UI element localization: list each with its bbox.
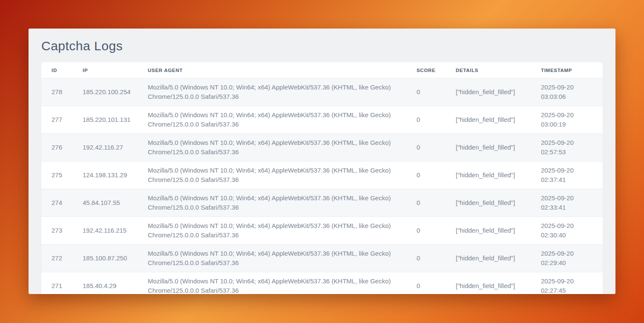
- cell-user-agent: Mozilla/5.0 (Windows NT 10.0; Win64; x64…: [148, 106, 417, 134]
- table-body: 278 185.220.100.254 Mozilla/5.0 (Windows…: [41, 78, 603, 294]
- table-row: 271 185.40.4.29 Mozilla/5.0 (Windows NT …: [41, 272, 603, 294]
- cell-score: 0: [417, 78, 456, 106]
- table-row: 277 185.220.101.131 Mozilla/5.0 (Windows…: [41, 106, 603, 134]
- cell-id: 271: [41, 272, 83, 294]
- cell-details: ["hidden_field_filled"]: [456, 245, 541, 272]
- cell-score: 0: [417, 189, 456, 217]
- cell-score: 0: [417, 217, 456, 245]
- cell-user-agent: Mozilla/5.0 (Windows NT 10.0; Win64; x64…: [148, 272, 417, 294]
- cell-ip: 192.42.116.27: [83, 134, 148, 162]
- cell-ip: 185.220.101.131: [83, 106, 148, 134]
- column-header-user-agent: USER AGENT: [148, 62, 417, 78]
- column-header-ip: IP: [83, 62, 148, 78]
- table-row: 276 192.42.116.27 Mozilla/5.0 (Windows N…: [41, 134, 603, 162]
- captcha-logs-table: ID IP USER AGENT SCORE DETAILS TIMESTAMP…: [41, 62, 603, 294]
- cell-timestamp: 2025-09-20 02:30:40: [541, 217, 603, 245]
- cell-id: 274: [41, 189, 83, 217]
- cell-score: 0: [417, 134, 456, 162]
- cell-user-agent: Mozilla/5.0 (Windows NT 10.0; Win64; x64…: [148, 217, 417, 245]
- cell-timestamp: 2025-09-20 03:00:19: [541, 106, 603, 134]
- cell-timestamp: 2025-09-20 02:57:53: [541, 134, 603, 162]
- cell-id: 272: [41, 245, 83, 272]
- page-title: Captcha Logs: [41, 37, 603, 55]
- cell-user-agent: Mozilla/5.0 (Windows NT 10.0; Win64; x64…: [148, 245, 417, 272]
- cell-ip: 192.42.116.215: [83, 217, 148, 245]
- cell-timestamp: 2025-09-20 02:27:45: [541, 272, 603, 294]
- cell-timestamp: 2025-09-20 02:37:41: [541, 162, 603, 189]
- column-header-details: DETAILS: [456, 62, 541, 78]
- cell-id: 276: [41, 134, 83, 162]
- captcha-logs-table-container: ID IP USER AGENT SCORE DETAILS TIMESTAMP…: [41, 62, 603, 294]
- cell-details: ["hidden_field_filled"]: [456, 217, 541, 245]
- cell-score: 0: [417, 245, 456, 272]
- table-row: 272 185.100.87.250 Mozilla/5.0 (Windows …: [41, 245, 603, 272]
- cell-details: ["hidden_field_filled"]: [456, 106, 541, 134]
- cell-ip: 185.40.4.29: [83, 272, 148, 294]
- cell-id: 277: [41, 106, 83, 134]
- cell-ip: 124.198.131.29: [83, 162, 148, 189]
- cell-ip: 185.220.100.254: [83, 78, 148, 106]
- cell-ip: 185.100.87.250: [83, 245, 148, 272]
- captcha-logs-card: Captcha Logs ID IP USER AGENT SCORE DETA…: [29, 29, 615, 294]
- cell-timestamp: 2025-09-20 03:03:06: [541, 78, 603, 106]
- cell-score: 0: [417, 162, 456, 189]
- table-header: ID IP USER AGENT SCORE DETAILS TIMESTAMP: [41, 62, 603, 78]
- cell-id: 275: [41, 162, 83, 189]
- table-row: 274 45.84.107.55 Mozilla/5.0 (Windows NT…: [41, 189, 603, 217]
- cell-details: ["hidden_field_filled"]: [456, 272, 541, 294]
- cell-ip: 45.84.107.55: [83, 189, 148, 217]
- cell-score: 0: [417, 272, 456, 294]
- cell-details: ["hidden_field_filled"]: [456, 162, 541, 189]
- cell-details: ["hidden_field_filled"]: [456, 78, 541, 106]
- cell-user-agent: Mozilla/5.0 (Windows NT 10.0; Win64; x64…: [148, 134, 417, 162]
- cell-timestamp: 2025-09-20 02:29:40: [541, 245, 603, 272]
- table-row: 275 124.198.131.29 Mozilla/5.0 (Windows …: [41, 162, 603, 189]
- table-row: 278 185.220.100.254 Mozilla/5.0 (Windows…: [41, 78, 603, 106]
- cell-user-agent: Mozilla/5.0 (Windows NT 10.0; Win64; x64…: [148, 162, 417, 189]
- cell-details: ["hidden_field_filled"]: [456, 189, 541, 217]
- column-header-id: ID: [41, 62, 83, 78]
- cell-user-agent: Mozilla/5.0 (Windows NT 10.0; Win64; x64…: [148, 78, 417, 106]
- cell-user-agent: Mozilla/5.0 (Windows NT 10.0; Win64; x64…: [148, 189, 417, 217]
- cell-timestamp: 2025-09-20 02:33:41: [541, 189, 603, 217]
- column-header-timestamp: TIMESTAMP: [541, 62, 603, 78]
- table-row: 273 192.42.116.215 Mozilla/5.0 (Windows …: [41, 217, 603, 245]
- cell-id: 278: [41, 78, 83, 106]
- cell-details: ["hidden_field_filled"]: [456, 134, 541, 162]
- cell-id: 273: [41, 217, 83, 245]
- column-header-score: SCORE: [417, 62, 456, 78]
- cell-score: 0: [417, 106, 456, 134]
